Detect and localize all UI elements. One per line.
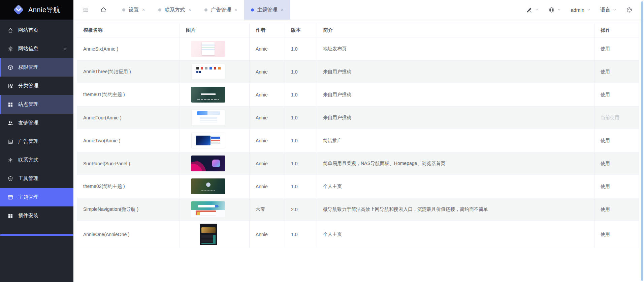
tab-close-icon[interactable]: × — [281, 7, 284, 12]
tab-dot — [204, 8, 207, 11]
globe-icon — [548, 7, 555, 13]
template-author: Annie — [250, 60, 285, 83]
use-button[interactable]: 使用 — [601, 231, 610, 237]
use-button[interactable]: 使用 — [601, 46, 610, 51]
sidebar-item-ads[interactable]: 广告管理 — [0, 132, 73, 151]
column-header-author: 作者 — [250, 23, 285, 37]
sidebar-item-home[interactable]: 网站首页 — [0, 21, 73, 39]
panes-icon — [7, 102, 13, 108]
template-thumbnail-anniefour — [191, 110, 225, 125]
home-icon[interactable] — [100, 6, 107, 13]
sidebar-item-plugins[interactable]: 插件安装 — [0, 206, 73, 225]
theme-palette-button[interactable] — [626, 7, 633, 13]
template-version: 1.0 — [285, 37, 317, 60]
template-author: Annie — [250, 129, 285, 152]
chevron-down-icon — [63, 47, 67, 51]
chevron-down-icon — [613, 8, 617, 12]
use-button[interactable]: 使用 — [601, 69, 610, 74]
template-intro: 个人主页 — [317, 175, 594, 198]
user-label: admin — [571, 7, 584, 13]
template-image-cell — [180, 60, 250, 83]
sidebar-item-friend-links[interactable]: 友链管理 — [0, 114, 73, 132]
users-icon — [7, 120, 13, 126]
action-cell: 使用 — [594, 129, 639, 152]
tab-dot — [251, 8, 254, 11]
sidebar-item-label: 工具管理 — [18, 175, 38, 182]
table-row: AnnieFour(Annie )Annie1.0来自用户投稿当前使用 — [77, 106, 639, 129]
template-intro: 地址发布页 — [317, 37, 594, 60]
use-button[interactable]: 使用 — [601, 138, 610, 143]
action-cell: 当前使用 — [594, 106, 639, 129]
template-name: AnnieOne(AnnieOne ) — [77, 221, 180, 248]
template-name: SimpleNavigation(微导航 ) — [77, 198, 180, 221]
sidebar-item-label: 网站首页 — [18, 27, 38, 33]
sidebar-scrollbar[interactable] — [0, 234, 73, 236]
windows-icon — [7, 213, 13, 219]
template-thumbnail-annieone — [200, 224, 217, 245]
sidebar-item-site-info[interactable]: 网站信息 — [0, 39, 73, 58]
template-intro: 来自用户投稿 — [317, 106, 594, 129]
sidebar-item-permissions[interactable]: 权限管理 — [0, 58, 73, 77]
user-dropdown[interactable]: admin — [571, 7, 591, 13]
template-name: AnnieThree(简洁应用 ) — [77, 60, 180, 83]
brand-diamond-logo-icon — [13, 4, 24, 16]
use-button[interactable]: 使用 — [601, 206, 610, 212]
category-icon — [7, 83, 13, 89]
appearance-button[interactable]: A — [526, 7, 539, 13]
sidebar-item-label: 网站信息 — [18, 46, 38, 52]
template-version: 2.0 — [285, 198, 317, 221]
template-intro: 个人主页 — [317, 221, 594, 248]
tab-ads[interactable]: 广告管理× — [198, 0, 244, 20]
template-thumbnail-anniethree — [191, 64, 225, 80]
language-dropdown[interactable]: 语言 — [600, 7, 617, 13]
sidebar-item-categories[interactable]: 分类管理 — [0, 77, 73, 95]
column-header-action: 操作 — [594, 23, 639, 37]
table-row: AnnieOne(AnnieOne )Annie1.0个人主页使用 — [77, 221, 639, 248]
sidebar-item-sites[interactable]: 站点管理 — [0, 95, 73, 114]
tab-settings[interactable]: 设置× — [116, 0, 152, 20]
network-button[interactable] — [548, 7, 561, 13]
tab-label: 联系方式 — [165, 7, 185, 13]
current-in-use-label: 当前使用 — [601, 115, 619, 120]
collapse-sidebar-icon[interactable] — [82, 6, 89, 13]
sidebar-item-tools[interactable]: 工具管理 — [0, 169, 73, 188]
template-version: 1.0 — [285, 106, 317, 129]
table-row: SimpleNavigation(微导航 )六零2.0微导航致力于简洁高效上网导… — [77, 198, 639, 221]
topbar: 设置×联系方式×广告管理×主题管理× Aadmin语言 — [73, 0, 644, 20]
template-version: 1.0 — [285, 221, 317, 248]
tab-dot — [122, 8, 125, 11]
template-author: Annie — [250, 221, 285, 248]
sidebar-item-contact[interactable]: 联系方式 — [0, 151, 73, 169]
table-row: theme01(简约主题 )Annie1.0来自用户投稿使用 — [77, 83, 639, 106]
template-author: Annie — [250, 175, 285, 198]
template-version: 1.0 — [285, 129, 317, 152]
sidebar-item-label: 分类管理 — [18, 83, 38, 89]
brand-name: Annie导航 — [28, 5, 60, 15]
sidebar-item-label: 主题管理 — [18, 194, 38, 200]
template-intro: 来自用户投稿 — [317, 60, 594, 83]
use-button[interactable]: 使用 — [601, 161, 610, 166]
use-button[interactable]: 使用 — [601, 184, 610, 189]
template-image-cell — [180, 175, 250, 198]
template-author: Annie — [250, 83, 285, 106]
template-author: Annie — [250, 106, 285, 129]
layout-icon — [7, 194, 13, 200]
action-cell: 使用 — [594, 60, 639, 83]
template-thumbnail-theme01 — [191, 87, 225, 103]
use-button[interactable]: 使用 — [601, 92, 610, 97]
tab-close-icon[interactable]: × — [188, 7, 191, 12]
page-scrollbar[interactable] — [641, 1, 643, 281]
tab-close-icon[interactable]: × — [142, 7, 145, 12]
sidebar-item-label: 联系方式 — [18, 157, 38, 163]
template-image-cell — [180, 37, 250, 60]
tab-themes[interactable]: 主题管理× — [244, 0, 290, 20]
shield-check-icon — [7, 176, 13, 182]
app-screen: Annie导航 网站首页网站信息权限管理分类管理站点管理友链管理广告管理联系方式… — [0, 0, 644, 282]
tab-contact[interactable]: 联系方式× — [152, 0, 198, 20]
template-image-cell — [180, 106, 250, 129]
template-image-cell — [180, 198, 250, 221]
tab-close-icon[interactable]: × — [234, 7, 237, 12]
tab-label: 主题管理 — [257, 7, 278, 13]
sidebar-item-themes[interactable]: 主题管理 — [0, 188, 73, 206]
template-version: 1.0 — [285, 83, 317, 106]
